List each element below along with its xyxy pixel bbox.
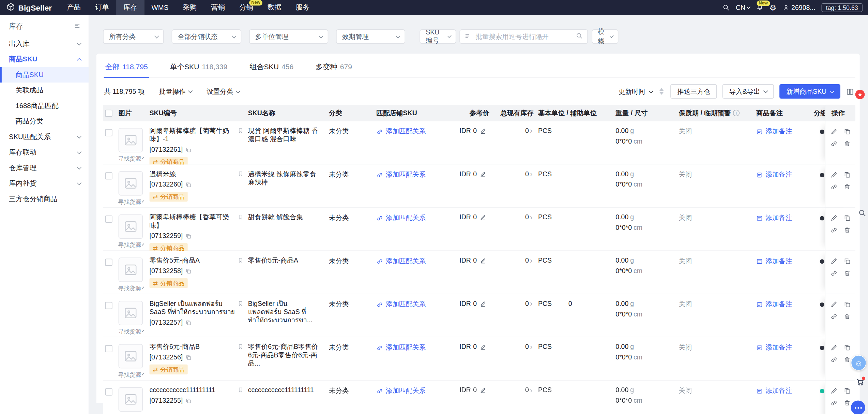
bookmark-icon[interactable] [238,171,244,179]
customer-service-avatar[interactable]: ☺ [851,355,866,370]
copy-icon[interactable] [185,147,192,153]
stock-detail-arrow[interactable]: › [530,300,533,307]
edit-price-icon[interactable] [480,300,486,307]
link-icon[interactable] [831,140,839,147]
edit-price-icon[interactable] [480,257,486,264]
sku-title[interactable]: 零售价6元-商品B [150,343,244,351]
search-icon[interactable] [722,4,730,11]
nav-item-orders[interactable]: 订单 [88,0,116,15]
row-checkbox[interactable] [105,259,112,266]
row-checkbox[interactable] [105,302,112,309]
link-icon[interactable] [831,270,839,277]
notifications-bell-icon[interactable]: New [756,4,763,11]
product-image[interactable] [119,301,143,325]
set-category-dropdown[interactable]: 设置分类 [207,87,240,96]
delete-icon[interactable] [844,399,852,406]
find-source-link[interactable]: 寻找货源 [119,285,143,293]
edit-price-icon[interactable] [480,128,486,134]
cart-float-icon[interactable] [856,378,864,388]
language-selector[interactable]: CN [736,4,750,12]
bookmark-icon[interactable] [238,214,244,222]
sku-title[interactable]: BigSeller เป็นแพลตฟอร์ม SaaS ที่ทำให้กระ… [150,300,244,316]
add-match-link[interactable]: 添加匹配关系 [377,127,426,136]
sku-search-input[interactable] [474,32,573,41]
delete-icon[interactable] [844,140,852,147]
add-note-link[interactable]: 添加备注 [756,127,792,136]
nav-item-marketing[interactable]: 营销 [204,0,232,15]
stock-detail-arrow[interactable]: › [530,343,533,350]
sku-title[interactable]: 零售价5元-商品A [150,256,244,265]
add-note-link[interactable]: 添加备注 [756,386,792,396]
column-settings-icon[interactable] [846,87,854,95]
link-icon[interactable] [831,226,839,234]
sort-direction-toggle[interactable] [659,88,664,94]
push-3pl-button[interactable]: 推送三方仓 [671,84,717,99]
multi-unit-filter[interactable]: 多单位管理 [249,29,328,44]
delete-icon[interactable] [844,270,852,277]
sku-title[interactable]: 過橋米線 [150,170,244,178]
nav-item-purchase[interactable]: 采购 [176,0,204,15]
bookmark-icon[interactable] [238,257,244,265]
brand-logo[interactable]: BigSeller [0,2,60,12]
duplicate-icon[interactable] [844,171,852,178]
duplicate-icon[interactable] [844,387,852,394]
sidebar-item-inout[interactable]: 出入库 [0,36,89,51]
copy-icon[interactable] [185,319,192,325]
collapse-sidebar-icon[interactable] [74,22,81,31]
duplicate-icon[interactable] [844,215,852,222]
nav-item-data[interactable]: 数据 [260,0,289,15]
row-checkbox[interactable] [105,388,112,396]
link-icon[interactable] [831,183,839,191]
find-source-link[interactable]: 寻找货源 [119,371,143,379]
product-image[interactable] [119,215,143,239]
sidebar-item-stock-link[interactable]: 库存联动 [0,145,89,160]
product-image[interactable] [119,344,143,368]
edit-price-icon[interactable] [480,344,486,350]
info-icon[interactable]: i [733,110,740,116]
sidebar-item-warehouse-mgmt[interactable]: 仓库管理 [0,160,89,175]
user-account[interactable]: 26908... [782,4,815,12]
float-search-icon[interactable] [858,209,866,219]
group-dot[interactable] [820,302,824,307]
tab-multi-variant[interactable]: 多变种 679 [315,58,353,78]
nav-item-products[interactable]: 产品 [60,0,88,15]
link-icon[interactable] [831,399,839,406]
edit-price-icon[interactable] [480,387,486,393]
edit-icon[interactable] [831,257,839,265]
sku-title[interactable]: 阿爾卑斯棒棒糖【香草可樂味】 [150,213,244,230]
link-icon[interactable] [831,313,839,320]
sku-title[interactable]: 阿爾卑斯棒棒糖【葡萄牛奶味】-1 [150,127,244,144]
tab-combo-sku[interactable]: 组合SKU 456 [248,58,295,78]
stock-detail-arrow[interactable]: › [530,257,533,264]
import-export-button[interactable]: 导入&导出 [722,84,774,99]
sidebar-item-replenishment[interactable]: 库内补货 [0,176,89,191]
edit-icon[interactable] [831,301,839,308]
find-source-link[interactable]: 寻找货源 [119,155,143,163]
search-submit-icon[interactable] [576,32,583,41]
add-match-link[interactable]: 添加匹配关系 [377,170,426,180]
nav-item-inventory[interactable]: 库存 [116,0,144,15]
settings-gear-icon[interactable]: ⚙ [770,4,776,12]
duplicate-icon[interactable] [844,128,852,135]
fuzzy-match-selector[interactable]: 模糊 [592,29,618,44]
stock-detail-arrow[interactable]: › [530,214,533,220]
product-image[interactable] [119,128,143,152]
delete-icon[interactable] [844,313,852,320]
duplicate-icon[interactable] [844,344,852,351]
product-image[interactable] [119,171,143,195]
sidebar-item-3pl-distribution[interactable]: 三方仓分销商品 [0,191,89,206]
sidebar-item-sku-match[interactable]: SKU匹配关系 [0,129,89,144]
stock-detail-arrow[interactable]: › [530,171,533,177]
group-dot[interactable] [820,259,824,264]
sidebar-subitem-product-category[interactable]: 商品分类 [0,114,89,129]
add-sku-button[interactable]: 新增商品SKU [780,84,840,99]
sidebar-subitem-product-sku[interactable]: 商品SKU [0,67,89,83]
add-note-link[interactable]: 添加备注 [756,213,792,223]
nav-item-services[interactable]: 服务 [289,0,317,15]
nav-item-distribution[interactable]: 分销 New [232,0,260,15]
product-image[interactable] [119,387,143,411]
find-source-link[interactable]: 寻找货源 [119,328,143,336]
select-all-checkbox[interactable] [105,109,112,117]
add-match-link[interactable]: 添加匹配关系 [377,213,426,223]
promo-float-icon[interactable]: ★ [855,90,865,99]
